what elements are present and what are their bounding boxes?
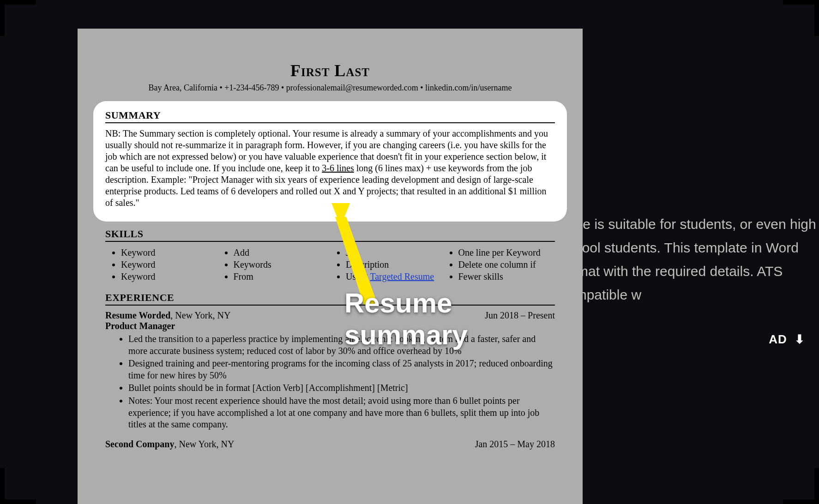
background-blurred-text: [560, 32, 819, 152]
exp2-dates: Jan 2015 – May 2018: [475, 439, 555, 450]
skills-col-1: Keyword Keyword Keyword: [105, 246, 218, 282]
skills-col-2: Add Keywords From: [218, 246, 331, 282]
exp1-company: Resume Worded: [105, 310, 170, 320]
list-item: Delete one column if: [458, 258, 555, 270]
list-item: Led the transition to a paperless practi…: [128, 333, 555, 357]
resume-name: First Last: [105, 61, 555, 80]
download-label: AD: [769, 332, 787, 346]
corner-bracket-top-right: [783, 0, 819, 36]
list-item: Designed training and peer-mentoring pro…: [128, 358, 555, 381]
corner-bracket-bottom-left: [0, 468, 36, 504]
resume-page: First Last Bay Area, California • +1-234…: [78, 29, 583, 504]
corner-bracket-bottom-right: [783, 468, 819, 504]
targeted-resume-link[interactable]: Targeted Resume: [370, 271, 434, 282]
summary-highlight-box: SUMMARY NB: The Summary section is compl…: [93, 101, 567, 222]
skills-col-4: One line per Keyword Delete one column i…: [443, 246, 555, 282]
list-item: Job: [346, 246, 443, 258]
list-item: Using Targeted Resume: [346, 270, 443, 282]
exp1-title: Product Manager: [105, 321, 555, 331]
exp2-header: Second Company, New York, NY Jan 2015 – …: [105, 439, 555, 450]
skills-col-3: Job Description Using Targeted Resume: [330, 246, 443, 282]
exp2-company: Second Company: [105, 439, 174, 449]
exp1-location: , New York, NY: [170, 310, 230, 320]
list-item: Fewer skills: [458, 270, 555, 282]
list-item: Keyword: [121, 258, 218, 270]
exp2-location: , New York, NY: [174, 439, 234, 449]
exp1-dates: Jun 2018 – Present: [485, 310, 555, 321]
list-item: Add: [234, 246, 331, 258]
background-description: plate is suitable for students, or even …: [560, 212, 819, 306]
exp1-bullets: Led the transition to a paperless practi…: [105, 333, 555, 431]
list-item: Keyword: [121, 270, 218, 282]
resume-contact-line: Bay Area, California • +1-234-456-789 • …: [105, 83, 555, 93]
exp1-header: Resume Worded, New York, NY Jun 2018 – P…: [105, 310, 555, 321]
skills-heading: SKILLS: [105, 228, 555, 242]
list-item: One line per Keyword: [458, 246, 555, 258]
download-button-partial[interactable]: AD ⬇: [769, 332, 805, 347]
download-icon: ⬇: [795, 332, 805, 346]
list-item: Notes: Your most recent experience shoul…: [128, 395, 555, 431]
experience-heading: EXPERIENCE: [105, 292, 555, 306]
corner-bracket-top-left: [0, 0, 36, 36]
list-item: From: [234, 270, 331, 282]
summary-text: NB: The Summary section is completely op…: [105, 128, 555, 209]
list-item: Keyword: [121, 246, 218, 258]
summary-underline: 3-6 lines: [322, 163, 354, 173]
summary-heading: SUMMARY: [105, 109, 555, 123]
list-item: Description: [346, 258, 443, 270]
list-item: Bullet points should be in format [Actio…: [128, 382, 555, 394]
skills-columns: Keyword Keyword Keyword Add Keywords Fro…: [105, 246, 555, 282]
text: Using: [346, 271, 370, 282]
list-item: Keywords: [234, 258, 331, 270]
